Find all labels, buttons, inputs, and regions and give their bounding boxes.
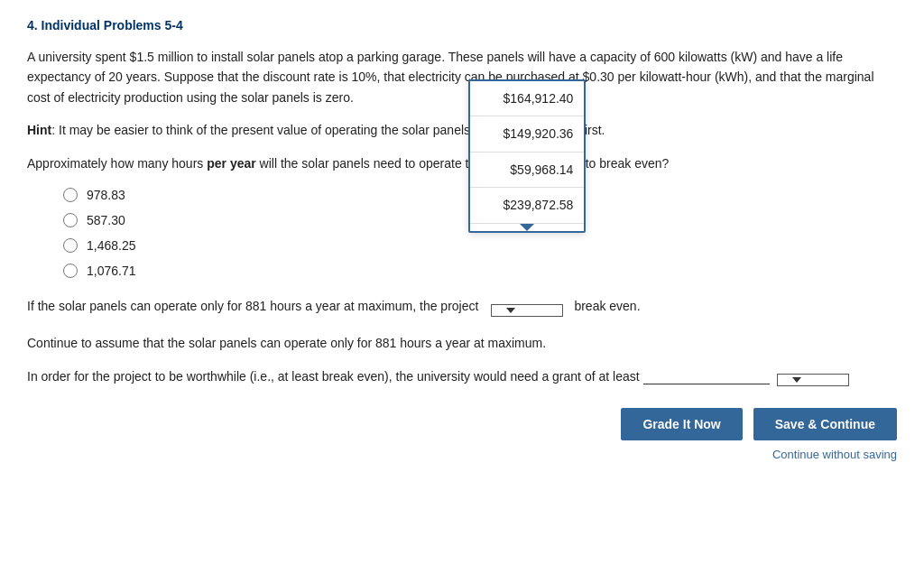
question3-text: Continue to assume that the solar panels…: [27, 333, 897, 353]
question4-prefix: In order for the project to be worthwhil…: [27, 366, 640, 386]
popup-item-1[interactable]: $164,912.40: [470, 81, 584, 116]
radio-label-2: 587.30: [87, 213, 125, 227]
dropdown1-container[interactable]: $164,912.40 $149,920.36 $59,968.14 $239,…: [491, 296, 563, 317]
radio-option-3[interactable]: 1,468.25: [63, 238, 897, 253]
continue-link-row: Continue without saving: [27, 448, 897, 461]
dropdown2-container[interactable]: [777, 366, 849, 386]
question1-text: Approximately how many hours per year wi…: [27, 153, 897, 173]
popup-arrow: [520, 224, 534, 231]
radio-input-2[interactable]: [63, 213, 78, 227]
radio-label-1: 978.83: [87, 188, 125, 202]
dropdown1-trigger[interactable]: [491, 304, 563, 317]
radio-label-3: 1,468.25: [87, 238, 136, 253]
question2-suffix: break even.: [574, 296, 640, 316]
hint-text: Hint: It may be easier to think of the p…: [27, 120, 897, 140]
popup-item-2[interactable]: $149,920.36: [470, 116, 584, 152]
question1-prefix: Approximately how many hours: [27, 156, 207, 171]
question1-end: will the solar panels need to operate to…: [256, 156, 670, 171]
question2-container: If the solar panels can operate only for…: [27, 296, 897, 317]
button-row: Grade It Now Save & Continue: [27, 408, 897, 440]
dropdown1-arrow-icon: [506, 308, 515, 313]
continue-without-saving-link[interactable]: Continue without saving: [772, 448, 897, 461]
question4-container: In order for the project to be worthwhil…: [27, 366, 897, 386]
dropdown2-trigger[interactable]: [777, 374, 849, 386]
save-continue-button[interactable]: Save & Continue: [753, 408, 897, 440]
problem-title: 4. Individual Problems 5-4: [27, 18, 897, 32]
radio-option-4[interactable]: 1,076.71: [63, 264, 897, 278]
hint-label: Hint: [27, 123, 51, 137]
radio-label-4: 1,076.71: [87, 264, 136, 278]
popup-item-4[interactable]: $239,872.58: [470, 188, 584, 223]
grade-button[interactable]: Grade It Now: [621, 408, 742, 440]
question4-blank: [643, 368, 770, 384]
radio-input-3[interactable]: [63, 238, 78, 253]
dropdown2-arrow-icon: [792, 377, 801, 383]
question1-bold: per year: [207, 156, 255, 171]
dropdown1-popup: $164,912.40 $149,920.36 $59,968.14 $239,…: [468, 79, 586, 233]
radio-input-4[interactable]: [63, 264, 78, 278]
problem-text: A university spent $1.5 million to insta…: [27, 47, 897, 107]
question2-prefix: If the solar panels can operate only for…: [27, 296, 478, 316]
radio-input-1[interactable]: [63, 188, 78, 202]
popup-item-3[interactable]: $59,968.14: [470, 153, 584, 188]
